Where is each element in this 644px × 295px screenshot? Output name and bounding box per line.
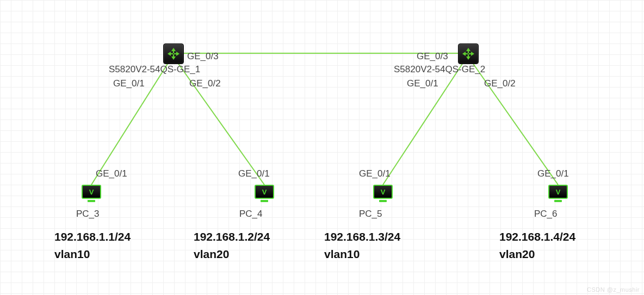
svg-marker-4 bbox=[466, 48, 470, 53]
pc-5-port-label: GE_0/1 bbox=[359, 168, 391, 179]
pc-5-ip: 192.168.1.3/24 bbox=[324, 230, 400, 243]
pc-5[interactable]: V bbox=[373, 185, 393, 203]
switch-1[interactable] bbox=[163, 43, 184, 64]
switch-icon bbox=[458, 43, 479, 64]
pc-6-vlan: vlan20 bbox=[499, 248, 535, 260]
switch-2-port-3-label: GE_0/3 bbox=[417, 51, 448, 62]
topology-canvas: S5820V2-54QS-GE_1 GE_0/3 GE_0/1 GE_0/2 S… bbox=[0, 0, 644, 295]
pc-3-name: PC_3 bbox=[76, 209, 100, 219]
pc-icon: V bbox=[373, 185, 393, 203]
switch-2-port-1-label: GE_0/1 bbox=[407, 78, 438, 89]
pc-icon: V bbox=[548, 185, 568, 203]
arrows-icon bbox=[166, 47, 181, 61]
switch-1-port-3-label: GE_0/3 bbox=[187, 51, 219, 62]
monitor-icon: V bbox=[82, 185, 101, 199]
pc-3-port-label: GE_0/1 bbox=[96, 168, 127, 179]
pc-icon: V bbox=[255, 185, 274, 203]
pc-4-vlan: vlan20 bbox=[194, 248, 229, 260]
svg-marker-2 bbox=[168, 52, 173, 56]
svg-marker-0 bbox=[171, 48, 176, 53]
monitor-icon: V bbox=[548, 185, 568, 199]
pc-6-name: PC_6 bbox=[534, 209, 558, 219]
stand-icon bbox=[379, 200, 387, 202]
switch-2[interactable] bbox=[458, 43, 479, 64]
pc-6-port-label: GE_0/1 bbox=[537, 168, 569, 179]
pc-4-name: PC_4 bbox=[239, 209, 263, 219]
pc-4-ip: 192.168.1.2/24 bbox=[194, 230, 270, 243]
arrows-icon bbox=[461, 47, 475, 61]
pc-3[interactable]: V bbox=[82, 185, 101, 203]
svg-marker-7 bbox=[469, 52, 474, 56]
switch-1-port-1-label: GE_0/1 bbox=[113, 78, 145, 89]
switch-1-port-2-label: GE_0/2 bbox=[189, 78, 221, 89]
pc-3-info: 192.168.1.1/24 vlan10 bbox=[54, 228, 131, 262]
svg-marker-1 bbox=[171, 54, 176, 60]
monitor-icon: V bbox=[373, 185, 393, 199]
pc-6-ip: 192.168.1.4/24 bbox=[499, 230, 575, 243]
pc-3-vlan: vlan10 bbox=[54, 248, 90, 260]
pc-5-name: PC_5 bbox=[359, 209, 382, 219]
pc-5-vlan: vlan10 bbox=[324, 248, 360, 260]
svg-marker-6 bbox=[462, 52, 468, 56]
pc-5-info: 192.168.1.3/24 vlan10 bbox=[324, 228, 400, 262]
pc-icon: V bbox=[82, 185, 101, 203]
pc-4-info: 192.168.1.2/24 vlan20 bbox=[194, 228, 270, 262]
switch-1-name: S5820V2-54QS-GE_1 bbox=[109, 64, 200, 75]
watermark: CSDN @z_mushir bbox=[587, 286, 640, 293]
svg-marker-3 bbox=[174, 52, 179, 56]
pc-4[interactable]: V bbox=[255, 185, 274, 203]
switch-2-name: S5820V2-54QS-GE_2 bbox=[394, 64, 485, 75]
svg-marker-5 bbox=[466, 54, 470, 60]
stand-icon bbox=[261, 200, 268, 202]
monitor-icon: V bbox=[255, 185, 274, 199]
switch-2-port-2-label: GE_0/2 bbox=[484, 78, 516, 89]
switch-icon bbox=[163, 43, 184, 64]
pc-3-ip: 192.168.1.1/24 bbox=[54, 230, 131, 243]
pc-6[interactable]: V bbox=[548, 185, 568, 203]
pc-4-port-label: GE_0/1 bbox=[238, 168, 270, 179]
pc-6-info: 192.168.1.4/24 vlan20 bbox=[499, 228, 575, 262]
stand-icon bbox=[88, 200, 95, 202]
stand-icon bbox=[554, 200, 562, 202]
